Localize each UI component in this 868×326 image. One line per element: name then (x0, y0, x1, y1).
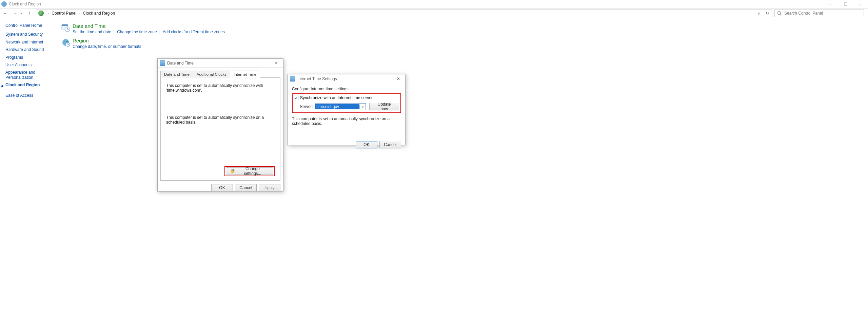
dialog-its-titlebar[interactable]: Internet Time Settings ✕ (288, 74, 405, 83)
nav-up-button[interactable]: ↑ (25, 11, 33, 16)
dialog-date-cancel-button[interactable]: Cancel (235, 184, 257, 192)
maximize-button[interactable] (838, 0, 853, 8)
tab-additional-clocks[interactable]: Additional Clocks (193, 71, 230, 78)
address-dropdown[interactable]: v (755, 12, 763, 15)
dialog-date-buttons: OK Cancel Apply (158, 184, 280, 192)
link-set-time[interactable]: Set the time and date (73, 30, 111, 34)
sync-checkbox-label[interactable]: Synchronize with an Internet time server (300, 95, 373, 100)
sidebar: Control Panel Home System and Security N… (5, 23, 56, 101)
control-panel-icon (38, 11, 44, 16)
current-bullet-icon (1, 85, 3, 87)
link-add-clocks[interactable]: Add clocks for different time zones (163, 30, 225, 34)
nav-forward-button[interactable]: → (10, 11, 20, 16)
panel-datetime-heading[interactable]: Date and Time (73, 23, 225, 29)
dialog-date-icon (160, 60, 165, 66)
region-icon (61, 38, 71, 47)
dialog-its-icon (290, 76, 295, 82)
app-title: Clock and Region (9, 2, 41, 6)
search-icon (777, 11, 782, 16)
server-value[interactable]: time.nist.gov (315, 104, 359, 109)
dialog-date-and-time: Date and Time ✕ Date and Time Additional… (157, 58, 283, 192)
sidebar-item-hardware[interactable]: Hardware and Sound (5, 47, 56, 52)
dialog-date-close-button[interactable]: ✕ (270, 61, 283, 66)
sidebar-item-clock-region[interactable]: Clock and Region (5, 83, 40, 87)
content-area: Control Panel Home System and Security N… (0, 18, 868, 326)
search-box[interactable] (774, 9, 864, 17)
sidebar-item-appearance[interactable]: Appearance and Personalization (5, 70, 56, 80)
sync-checkbox[interactable] (294, 96, 298, 100)
app-titlebar: Clock and Region (0, 0, 868, 8)
its-schedule-text: This computer is set to automatically sy… (288, 116, 405, 126)
close-button[interactable] (853, 0, 868, 8)
dialog-internet-time: Internet Time Settings ✕ Configure Inter… (288, 74, 406, 145)
sidebar-item-ease[interactable]: Ease of Access (5, 93, 56, 98)
panel-region: Region Change date, time, or number form… (61, 38, 225, 49)
dialog-date-title: Date and Time (167, 61, 194, 66)
breadcrumb-control-panel[interactable]: Control Panel (51, 11, 77, 16)
minimize-button[interactable] (823, 0, 838, 8)
tab-date-and-time[interactable]: Date and Time (160, 71, 193, 78)
link-change-formats[interactable]: Change date, time, or number formats (73, 44, 141, 49)
nav-history-dropdown[interactable]: ▾ (20, 12, 25, 15)
dialog-date-tabs: Date and Time Additional Clocks Internet… (160, 70, 280, 77)
dialog-its-ok-button[interactable]: OK (356, 141, 377, 148)
highlight-sync-settings: Synchronize with an Internet time server… (292, 93, 401, 113)
dialog-date-apply-button: Apply (259, 184, 280, 192)
breadcrumb-clock-region[interactable]: Clock and Region (82, 11, 116, 16)
sidebar-item-network[interactable]: Network and Internet (5, 40, 56, 44)
nav-back-button[interactable]: ← (0, 11, 10, 16)
refresh-button[interactable]: ↻ (763, 11, 772, 16)
server-label: Server: (294, 104, 315, 109)
svg-rect-1 (844, 3, 847, 5)
dialog-date-ok-button[interactable]: OK (211, 184, 233, 192)
check-icon (294, 96, 298, 100)
chevron-right-icon: › (46, 12, 51, 15)
dialog-its-cancel-button[interactable]: Cancel (379, 141, 401, 148)
dialog-its-close-button[interactable]: ✕ (392, 76, 405, 81)
category-panel: Date and Time Set the time and date|Chan… (61, 23, 225, 52)
search-input[interactable] (784, 11, 864, 16)
toolbar: ← → ▾ ↑ › Control Panel › Clock and Regi… (0, 8, 868, 18)
change-settings-label: Change settings... (236, 166, 269, 176)
highlight-change-settings: Change settings... (224, 166, 275, 176)
shield-icon (230, 169, 235, 174)
tab-internet-time[interactable]: Internet Time (230, 71, 260, 78)
chevron-right-icon: › (77, 12, 82, 15)
svg-line-5 (780, 14, 782, 15)
its-intro-text: Configure Internet time settings: (292, 87, 401, 91)
address-bar[interactable]: › Control Panel › Clock and Region v ↻ (36, 9, 772, 17)
tab-internet-time-body: This computer is set to automatically sy… (160, 77, 280, 181)
sidebar-item-programs[interactable]: Programs (5, 55, 56, 60)
link-change-tz[interactable]: Change the time zone (117, 30, 157, 34)
svg-rect-7 (62, 24, 68, 26)
sync-schedule-text: This computer is set to automatically sy… (166, 115, 275, 125)
sync-server-text: This computer is set to automatically sy… (166, 83, 275, 93)
panel-datetime: Date and Time Set the time and date|Chan… (61, 23, 225, 34)
update-now-button[interactable]: Update now (369, 103, 399, 110)
server-combobox[interactable]: time.nist.gov v (315, 103, 366, 110)
datetime-icon (61, 23, 71, 33)
change-settings-button[interactable]: Change settings... (226, 167, 273, 175)
dialog-its-title: Internet Time Settings (297, 76, 337, 81)
dialog-date-titlebar[interactable]: Date and Time ✕ (158, 59, 283, 68)
panel-region-heading[interactable]: Region (73, 38, 141, 43)
sidebar-item-system[interactable]: System and Security (5, 32, 56, 37)
sidebar-item-accounts[interactable]: User Accounts (5, 62, 56, 67)
svg-point-4 (778, 12, 781, 15)
app-icon (1, 1, 7, 7)
sidebar-home[interactable]: Control Panel Home (5, 23, 56, 28)
chevron-down-icon[interactable]: v (359, 105, 366, 109)
